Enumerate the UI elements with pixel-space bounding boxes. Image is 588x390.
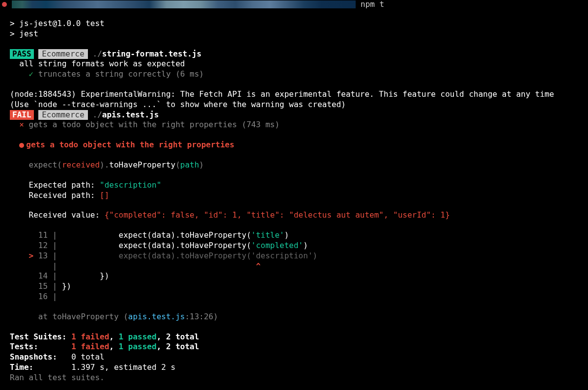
code-line-16: 16 | (10, 292, 578, 302)
path-prefix: ./ (93, 49, 102, 58)
project-badge: Ecommerce (38, 110, 88, 120)
received-path: Received path: [] (10, 191, 578, 201)
code-caret: | ^ (10, 261, 578, 272)
suite-file: string-format.test.js (102, 49, 201, 58)
suite-file: apis.test.js (102, 110, 159, 119)
summary-snapshots: Snapshots: 0 total (10, 352, 578, 362)
path-prefix: ./ (93, 110, 102, 119)
stack-trace: at toHaveProperty (apis.test.js:13:26) (10, 312, 578, 322)
summary-ran: Ran all test suites. (10, 373, 578, 383)
fail-badge: FAIL (10, 110, 34, 120)
code-line-15: 15 | }) (10, 281, 578, 292)
node-warning-2: (Use `node --trace-warnings ...` to show… (10, 100, 578, 110)
code-line-11: 11 | expect(data).toHaveProperty('title'… (10, 230, 578, 241)
titlebar-decoration (12, 0, 356, 8)
close-icon[interactable] (2, 2, 7, 7)
code-line-14: 14 | }) (10, 271, 578, 281)
bullet-icon (19, 143, 24, 148)
window-title-command: npm t (361, 0, 384, 9)
npm-run-line-1: > js-jest@1.0.0 test (10, 19, 578, 29)
test-fail-line: × gets a todo object with the right prop… (10, 120, 578, 130)
summary-time: Time: 1.397 s, estimated 2 s (10, 362, 578, 373)
window-topbar: npm t (0, 0, 588, 9)
x-icon: × (19, 120, 24, 129)
test-name: truncates a string correctly (6 ms) (33, 69, 204, 79)
check-icon: ✓ (29, 69, 34, 79)
summary-suites: Test Suites: 1 failed, 1 passed, 2 total (10, 332, 578, 342)
suite-description: all string formats work as expected (10, 59, 578, 69)
expect-signature: expect(received).toHaveProperty(path) (10, 160, 578, 170)
code-line-13: > 13 | expect(data).toHaveProperty('desc… (10, 251, 578, 261)
node-warning-1: (node:1884543) ExperimentalWarning: The … (10, 89, 578, 100)
expected-path: Expected path: "description" (10, 180, 578, 191)
failure-title: gets a todo object with the right proper… (26, 140, 234, 149)
test-name: gets a todo object with the right proper… (24, 120, 280, 129)
terminal-output[interactable]: > js-jest@1.0.0 test > jest PASS Ecommer… (0, 14, 588, 383)
project-badge: Ecommerce (38, 49, 88, 59)
pass-badge: PASS (10, 49, 34, 59)
suite-fail-line: FAIL Ecommerce ./apis.test.js (10, 110, 578, 120)
received-value: Received value: {"completed": false, "id… (10, 210, 578, 221)
summary-tests: Tests: 1 failed, 1 passed, 2 total (10, 342, 578, 352)
test-pass-line: ✓ truncates a string correctly (6 ms) (10, 69, 578, 80)
code-line-12: 12 | expect(data).toHaveProperty('comple… (10, 241, 578, 251)
npm-run-line-2: > jest (10, 29, 578, 39)
failure-header: gets a todo object with the right proper… (10, 140, 578, 150)
suite-pass-line: PASS Ecommerce ./string-format.test.js (10, 49, 578, 59)
